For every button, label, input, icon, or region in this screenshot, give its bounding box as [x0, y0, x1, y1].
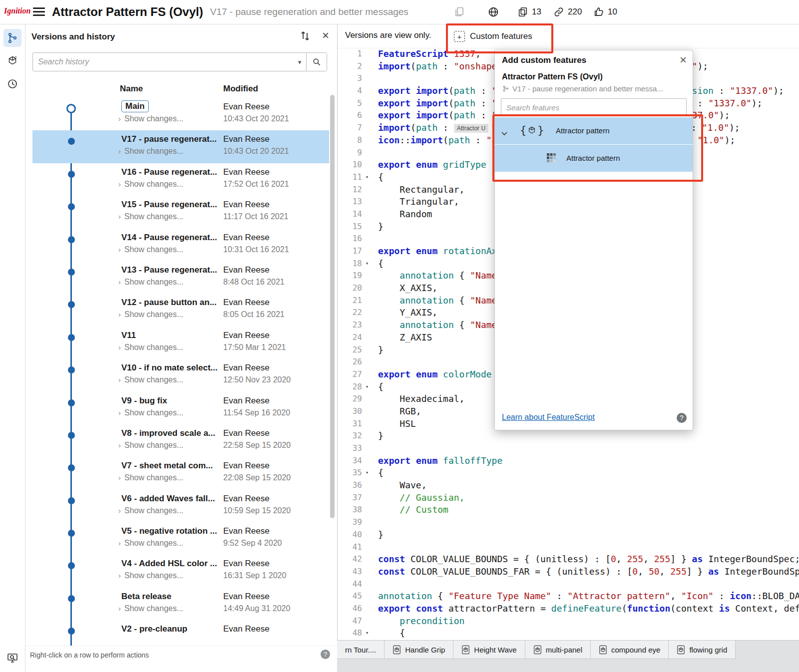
fold-toggle-icon[interactable]	[362, 603, 372, 615]
show-changes[interactable]: ›Show changes...	[118, 539, 183, 548]
help-icon[interactable]: ?	[321, 650, 330, 659]
fold-toggle-icon[interactable]	[362, 553, 372, 566]
document-tab[interactable]: Height Wave	[453, 641, 525, 659]
fold-toggle-icon[interactable]	[362, 529, 372, 541]
fold-toggle-icon[interactable]	[362, 282, 372, 295]
show-changes[interactable]: ›Show changes...	[118, 310, 183, 319]
fold-toggle-icon[interactable]	[362, 504, 372, 516]
copies-stat[interactable]: 13	[517, 0, 541, 24]
fold-toggle-icon[interactable]	[362, 516, 372, 529]
versions-scrollbar[interactable]	[330, 95, 335, 518]
show-changes[interactable]: ›Show changes...	[118, 375, 183, 384]
fold-toggle-icon[interactable]	[362, 541, 372, 554]
fold-toggle-icon[interactable]	[362, 430, 372, 442]
version-row[interactable]: V7 - sheet metal com... ›Show changes...…	[25, 457, 337, 489]
fold-toggle-icon[interactable]	[362, 307, 372, 319]
fold-toggle-icon[interactable]	[362, 85, 372, 97]
version-row[interactable]: V10 - if no mate select... ›Show changes…	[25, 359, 337, 391]
fold-toggle-icon[interactable]	[362, 233, 372, 245]
fold-toggle-icon[interactable]	[362, 344, 372, 356]
version-row[interactable]: V9 - bug fix ›Show changes... Evan Reese…	[25, 392, 337, 424]
fold-toggle-icon[interactable]	[362, 196, 372, 208]
show-changes[interactable]: ›Show changes...	[118, 180, 183, 189]
version-row[interactable]: V16 - Pause regenerat... ›Show changes..…	[25, 163, 337, 196]
main-menu-icon[interactable]	[33, 7, 45, 16]
fold-toggle-icon[interactable]	[362, 72, 372, 85]
chevron-down-icon[interactable]	[501, 129, 507, 138]
show-changes[interactable]: ›Show changes...	[118, 343, 183, 352]
document-tab[interactable]: multi-panel	[525, 641, 591, 659]
show-changes[interactable]: ›Show changes...	[118, 441, 183, 450]
document-tab[interactable]: flowing grid	[669, 641, 736, 659]
search-button[interactable]	[306, 53, 327, 71]
custom-features-button[interactable]: + Custom features	[451, 28, 535, 44]
fold-toggle-icon[interactable]	[362, 578, 372, 591]
version-row[interactable]: V4 - Added HSL color ... ›Show changes..…	[25, 555, 337, 587]
version-row[interactable]: V6 - added Waves fall... ›Show changes..…	[25, 490, 337, 522]
show-changes[interactable]: ›Show changes...	[118, 506, 183, 515]
version-row[interactable]: V15 - Pause regenerat... ›Show changes..…	[25, 196, 337, 228]
version-row[interactable]: V13 - Pause regenerat... ›Show changes..…	[25, 261, 337, 294]
version-row[interactable]: Main ›Show changes... Evan Reese 10:43 O…	[25, 98, 337, 130]
version-row[interactable]: Beta release ›Show changes... Evan Reese…	[25, 588, 337, 620]
fold-toggle-icon[interactable]	[362, 245, 372, 258]
fold-toggle-icon[interactable]	[362, 332, 372, 344]
version-row[interactable]: V5 - negative rotation ... ›Show changes…	[25, 522, 337, 555]
fold-toggle-icon[interactable]	[362, 48, 372, 60]
fold-toggle-icon[interactable]	[362, 319, 372, 332]
fold-toggle-icon[interactable]	[362, 184, 372, 196]
feature-group-row[interactable]: { } Attractor pattern	[495, 117, 693, 144]
fold-toggle-icon[interactable]	[362, 418, 372, 430]
popup-close-icon[interactable]: ×	[680, 53, 687, 67]
likes-stat[interactable]: 10	[593, 0, 617, 24]
version-row[interactable]: V8 - improved scale a... ›Show changes..…	[25, 424, 337, 457]
fold-toggle-icon[interactable]	[362, 295, 372, 307]
fold-toggle-icon[interactable]	[362, 97, 372, 110]
fold-toggle-icon[interactable]	[362, 208, 372, 221]
parts-help-icon[interactable]: ?	[3, 52, 21, 70]
learn-featurescript-link[interactable]: Learn about FeatureScript	[502, 413, 595, 422]
version-row[interactable]: V2 - pre-cleanup › Evan Reese	[25, 620, 337, 646]
fold-toggle-icon[interactable]	[362, 134, 372, 147]
fold-toggle-icon[interactable]	[362, 368, 372, 381]
show-changes[interactable]: ›Show changes...	[118, 604, 183, 613]
copy-document-icon[interactable]	[453, 6, 465, 18]
search-history-input[interactable]	[33, 57, 293, 66]
show-changes[interactable]: ›Show changes...	[118, 245, 183, 254]
fold-toggle-icon[interactable]	[362, 159, 372, 171]
document-tab[interactable]: Handle Grip	[385, 641, 453, 659]
fold-toggle-icon[interactable]	[362, 405, 372, 418]
compare-versions-icon[interactable]	[299, 30, 311, 42]
fold-toggle-icon[interactable]	[362, 442, 372, 455]
fold-toggle-icon[interactable]: ▾	[362, 171, 372, 184]
search-dropdown-caret-icon[interactable]: ▾	[293, 58, 306, 66]
fold-toggle-icon[interactable]	[362, 492, 372, 504]
fold-toggle-icon[interactable]	[362, 590, 372, 603]
fold-toggle-icon[interactable]	[362, 615, 372, 628]
fold-toggle-icon[interactable]	[362, 393, 372, 405]
popup-help-icon[interactable]: ?	[677, 413, 687, 423]
version-row[interactable]: V12 - pause button an... ›Show changes..…	[25, 294, 337, 326]
fold-toggle-icon[interactable]	[362, 122, 372, 134]
show-changes[interactable]: ›Show changes...	[118, 473, 183, 482]
fold-toggle-icon[interactable]	[362, 60, 372, 73]
show-changes[interactable]: ›Show changes...	[118, 147, 183, 156]
version-row[interactable]: V14 - Pause regenerat... ›Show changes..…	[25, 229, 337, 261]
fold-toggle-icon[interactable]: ▾	[362, 381, 372, 393]
screen-search-icon[interactable]	[3, 649, 21, 667]
show-changes[interactable]: ›Show changes...	[118, 114, 183, 123]
fold-toggle-icon[interactable]	[362, 566, 372, 578]
show-changes[interactable]: ›Show changes...	[118, 212, 183, 221]
version-row[interactable]: V17 - pause regenerat... ›Show changes..…	[25, 130, 337, 163]
fold-toggle-icon[interactable]	[362, 455, 372, 467]
show-changes[interactable]: ›Show changes...	[118, 571, 183, 580]
fold-toggle-icon[interactable]: ▾	[362, 258, 372, 270]
document-tab[interactable]: rn Tour....	[337, 641, 385, 659]
fold-toggle-icon[interactable]: ▾	[362, 627, 372, 640]
show-changes[interactable]: ›Show changes...	[118, 278, 183, 287]
document-tab[interactable]: compound eye	[591, 641, 669, 659]
show-changes[interactable]: ›Show changes...	[118, 408, 183, 417]
fold-toggle-icon[interactable]	[362, 221, 372, 233]
fold-toggle-icon[interactable]: ▾	[362, 467, 372, 479]
search-features-input[interactable]	[501, 99, 686, 116]
